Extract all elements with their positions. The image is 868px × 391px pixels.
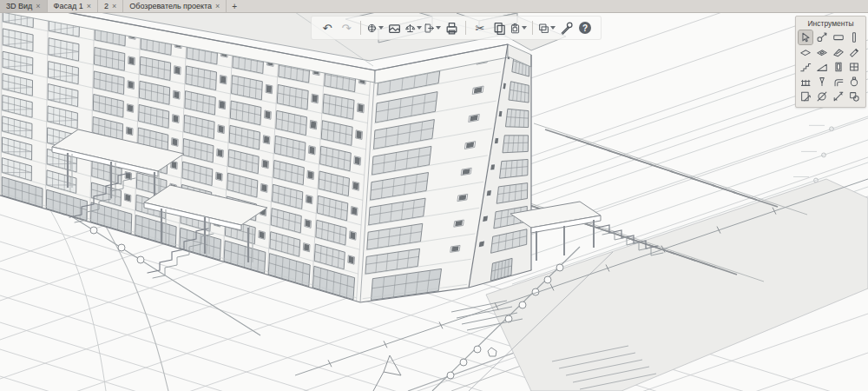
tools-panel-title: Инструменты [799, 19, 863, 28]
visual-style-button[interactable] [385, 19, 403, 36]
cut-button[interactable]: ✂ [471, 19, 489, 36]
redo-button[interactable]: ↷ [338, 19, 355, 36]
parking-lot [486, 123, 868, 391]
help-icon: ? [579, 22, 591, 34]
tab-close-icon[interactable]: × [112, 3, 116, 10]
select-tool[interactable] [799, 30, 812, 44]
drawing-tool-icon [799, 90, 812, 103]
stair-tool-icon [799, 61, 812, 73]
tab-label: 3D Вид [6, 2, 32, 10]
assembly-tool[interactable] [847, 89, 861, 103]
tab-close-icon[interactable]: × [87, 3, 91, 10]
paste-button[interactable] [510, 19, 527, 36]
column-tool[interactable] [847, 30, 861, 44]
dropdown-arrow-icon[interactable] [417, 26, 422, 30]
pipe-tool[interactable] [832, 75, 845, 89]
new-tab-button[interactable]: + [227, 0, 242, 12]
opening-tool-icon [816, 46, 828, 58]
tab-4[interactable]: Обозреватель проекта× [123, 0, 227, 12]
toolbar-separator [360, 21, 361, 35]
tab-label: 2 [104, 2, 108, 10]
tab-close-icon[interactable]: × [36, 3, 40, 10]
undo-icon: ↶ [323, 23, 332, 34]
ramp-tool[interactable] [815, 60, 829, 74]
model-view-canvas[interactable] [0, 12, 868, 391]
help-button[interactable]: ? [576, 19, 594, 36]
roof-tool-icon [832, 46, 845, 58]
dropdown-arrow-icon[interactable] [378, 26, 384, 30]
visual-style-icon [387, 21, 402, 36]
tab-close-icon[interactable]: × [215, 3, 220, 10]
dropdown-arrow-icon[interactable] [550, 26, 556, 30]
window-tool[interactable] [847, 60, 861, 74]
railing-tool-icon [799, 76, 812, 88]
stair-tool[interactable] [799, 60, 812, 74]
tools-grid [799, 30, 863, 103]
assembly-tool-icon [848, 90, 860, 103]
toolbar-separator [465, 21, 466, 35]
dropdown-arrow-icon[interactable] [436, 26, 441, 30]
door-tool-icon [832, 61, 845, 73]
window-tool-icon [848, 61, 860, 73]
ramp-tool-icon [816, 61, 828, 73]
dimension-tool-icon [832, 90, 845, 103]
axis-tool[interactable] [815, 89, 829, 103]
measure-tool[interactable] [815, 30, 829, 44]
copy-button[interactable] [490, 19, 508, 36]
export-button[interactable] [424, 19, 441, 36]
tab-2[interactable]: Фасад 1× [48, 0, 98, 12]
wall-tool[interactable] [832, 30, 845, 44]
beam-tool-icon [848, 46, 860, 58]
equipment-tool[interactable] [847, 75, 861, 89]
printer-icon [444, 21, 459, 36]
dropdown-arrow-icon[interactable] [522, 26, 527, 30]
measure-tool-icon [816, 31, 828, 43]
undo-button[interactable]: ↶ [319, 19, 336, 36]
measure-scale-icon [404, 21, 416, 36]
window-layout-button[interactable] [538, 19, 556, 36]
scissors-icon: ✂ [476, 23, 485, 34]
3d-viewport[interactable]: ↶↷✂? Инструменты [0, 12, 868, 391]
windows-cascade-icon [538, 21, 549, 36]
copy-icon [492, 21, 507, 36]
tab-label: Фасад 1 [54, 2, 83, 10]
redo-icon: ↷ [342, 23, 352, 34]
plumb-tool-icon [816, 76, 828, 88]
toolbar-separator [532, 21, 533, 35]
dimension-tool[interactable] [832, 89, 845, 103]
export-icon [424, 21, 435, 36]
railing-tool[interactable] [799, 75, 812, 89]
door-tool[interactable] [832, 60, 845, 74]
tab-bar: 3D Вид×Фасад 1×2×Обозреватель проекта×+ [0, 0, 868, 13]
column-tool-icon [848, 31, 860, 43]
tab-1[interactable]: 3D Вид× [0, 0, 48, 12]
equipment-tool-icon [848, 76, 860, 88]
opening-tool[interactable] [815, 45, 829, 59]
orbit-3d-icon [366, 21, 378, 36]
settings-button[interactable] [557, 19, 575, 36]
tab-label: Обозреватель проекта [129, 2, 212, 10]
select-tool-icon [799, 31, 812, 43]
plumb-tool[interactable] [815, 75, 829, 89]
floor-tool[interactable] [799, 45, 812, 59]
beam-tool[interactable] [847, 45, 861, 59]
quick-access-toolbar: ↶↷✂? [311, 16, 602, 40]
paste-icon [510, 21, 521, 36]
axis-tool-icon [816, 90, 828, 103]
wrench-icon [559, 21, 574, 36]
tools-panel: Инструменты [795, 16, 866, 108]
view-navigation-button[interactable] [366, 19, 384, 36]
floor-tool-icon [799, 46, 812, 58]
pipe-tool-icon [832, 76, 845, 88]
roof-tool[interactable] [832, 45, 845, 59]
tab-3[interactable]: 2× [98, 0, 123, 12]
drawing-tool[interactable] [799, 89, 812, 103]
print-button[interactable] [443, 19, 460, 36]
wall-tool-icon [832, 31, 845, 43]
measure-button[interactable] [404, 19, 422, 36]
